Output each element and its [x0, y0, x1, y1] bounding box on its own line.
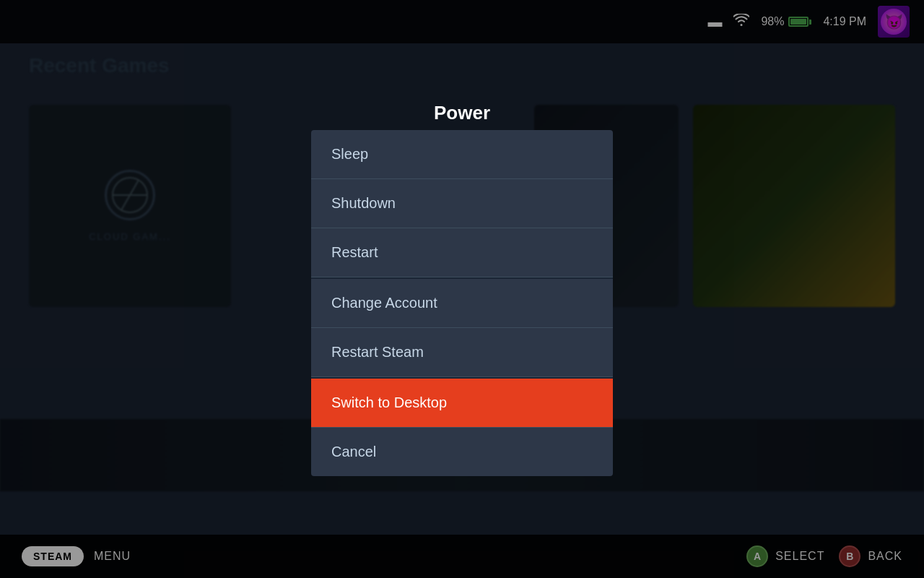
menu-item-change-account[interactable]: Change Account	[311, 277, 613, 328]
power-modal-title: Power	[434, 102, 490, 124]
menu-item-sleep[interactable]: Sleep	[311, 130, 613, 179]
menu-item-restart[interactable]: Restart	[311, 228, 613, 277]
menu-item-restart-steam[interactable]: Restart Steam	[311, 328, 613, 377]
menu-item-switch-desktop[interactable]: Switch to Desktop	[311, 377, 613, 428]
power-menu: Sleep Shutdown Restart Change Account Re…	[311, 130, 613, 476]
power-modal-overlay: Power Sleep Shutdown Restart Change Acco…	[0, 0, 924, 578]
menu-item-cancel[interactable]: Cancel	[311, 428, 613, 476]
menu-item-shutdown[interactable]: Shutdown	[311, 179, 613, 228]
